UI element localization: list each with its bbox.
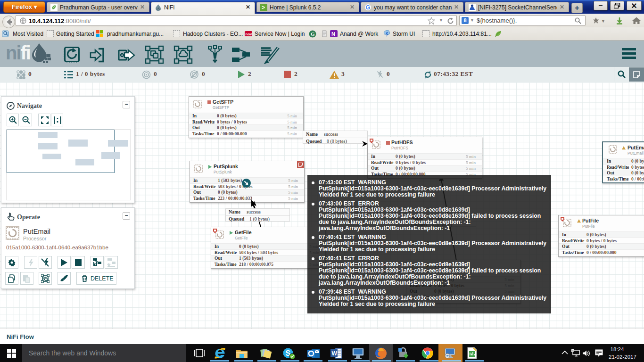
svg-text:G: G (311, 31, 315, 37)
svg-text:G: G (366, 4, 371, 11)
svg-text:now: now (246, 32, 253, 36)
svg-text:>: > (262, 4, 265, 11)
svg-text:▼: ▼ (601, 19, 604, 24)
svg-text:W: W (332, 350, 338, 357)
svg-text:N: N (331, 31, 335, 37)
